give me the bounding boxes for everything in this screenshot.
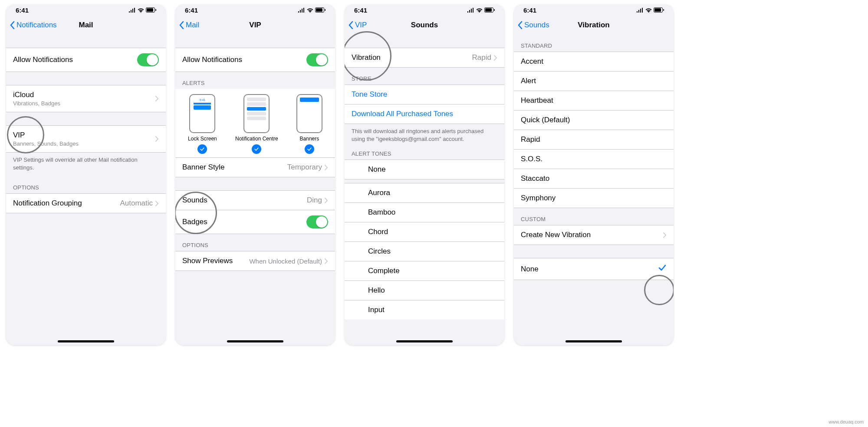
alert-label: Banners [300, 136, 319, 142]
status-time: 6:41 [523, 7, 536, 14]
check-icon [197, 144, 207, 154]
chevron-icon [325, 198, 328, 203]
vip-row[interactable]: VIP Banners, Sounds, Badges [6, 125, 166, 153]
chevron-icon [494, 55, 497, 61]
allow-notifications-row[interactable]: Allow Notifications [175, 48, 335, 72]
option-label: Quick (Default) [521, 116, 570, 124]
previews-label: Show Previews [182, 257, 233, 265]
notification-centre-icon [243, 94, 270, 133]
tone-row[interactable]: Bamboo [345, 203, 504, 222]
svg-rect-1 [147, 8, 153, 12]
alert-label: Notification Centre [235, 136, 278, 142]
alert-notification-centre[interactable]: Notification Centre [235, 94, 278, 154]
icloud-row[interactable]: iCloud Vibrations, Badges [6, 85, 166, 112]
back-label: Sounds [524, 21, 549, 29]
option-label: Staccato [521, 174, 549, 183]
badges-row[interactable]: Badges [175, 210, 335, 234]
alert-label: Lock Screen [188, 136, 217, 142]
nav-title: VIP [249, 21, 261, 29]
svg-rect-10 [654, 8, 661, 12]
vibration-label: Vibration [352, 53, 381, 62]
download-all-row[interactable]: Download All Purchased Tones [345, 104, 504, 124]
back-button[interactable]: Notifications [10, 21, 57, 29]
check-icon [305, 144, 314, 154]
home-indicator[interactable] [58, 340, 114, 342]
sounds-row[interactable]: Sounds Ding [175, 190, 335, 210]
vibration-option[interactable]: Staccato [514, 169, 674, 189]
back-button[interactable]: VIP [348, 21, 367, 29]
icloud-label: iCloud [13, 91, 34, 99]
back-button[interactable]: Mail [179, 21, 199, 29]
alert-banners[interactable]: Banners [296, 94, 322, 154]
back-label: Mail [186, 21, 199, 29]
banner-style-row[interactable]: Banner Style Temporary [175, 158, 335, 177]
vibration-option[interactable]: Alert [514, 72, 674, 91]
tone-label: Chord [368, 228, 388, 236]
notification-grouping-row[interactable]: Notification Grouping Automatic [6, 193, 166, 213]
chevron-icon [663, 232, 667, 238]
content-area: Vibration Rapid STORE Tone Store Downloa… [345, 35, 504, 345]
nav-bar: Mail VIP [175, 16, 335, 35]
alerts-header: ALERTS [175, 72, 335, 89]
download-footer: This will download all ringtones and ale… [345, 124, 504, 148]
show-previews-row[interactable]: Show Previews When Unlocked (Default) [175, 251, 335, 271]
option-label: Alert [521, 77, 536, 85]
sounds-label: Sounds [182, 196, 207, 205]
home-indicator[interactable] [227, 340, 283, 342]
tone-row[interactable]: Input [345, 300, 504, 319]
chevron-icon [325, 165, 328, 170]
tone-label: Circles [368, 247, 391, 256]
option-label: Symphony [521, 194, 556, 202]
screen-vibration: 6:41 Sounds Vibration STANDARD Accent Al… [514, 4, 674, 345]
svg-rect-4 [316, 8, 322, 12]
create-new-vibration-row[interactable]: Create New Vibration [514, 225, 674, 245]
status-icons [298, 7, 326, 13]
home-indicator[interactable] [396, 340, 453, 342]
tone-store-row[interactable]: Tone Store [345, 85, 504, 104]
vibration-option[interactable]: S.O.S. [514, 150, 674, 169]
svg-rect-2 [155, 9, 156, 11]
tone-row[interactable]: Aurora [345, 183, 504, 203]
previews-value: When Unlocked (Default) [249, 258, 322, 265]
badges-toggle[interactable] [306, 215, 328, 228]
vibration-option[interactable]: Heartbeat [514, 91, 674, 111]
tone-row[interactable]: Circles [345, 242, 504, 261]
vibration-option[interactable]: Symphony [514, 189, 674, 208]
grouping-label: Notification Grouping [13, 199, 82, 208]
back-button[interactable]: Sounds [517, 21, 549, 29]
option-label: S.O.S. [521, 155, 542, 163]
tone-row[interactable]: Chord [345, 222, 504, 242]
back-label: VIP [355, 21, 367, 29]
screen-vip: 6:41 Mail VIP Allow Notifications ALERTS… [175, 4, 335, 345]
svg-rect-11 [663, 9, 664, 11]
svg-rect-8 [494, 9, 495, 11]
tone-row[interactable]: None [345, 160, 504, 179]
chevron-icon [155, 201, 159, 206]
custom-header: CUSTOM [514, 208, 674, 225]
options-header: OPTIONS [6, 176, 166, 193]
tone-row[interactable]: Complete [345, 261, 504, 281]
status-bar: 6:41 [175, 4, 335, 16]
status-bar: 6:41 [6, 4, 166, 16]
vibration-option[interactable]: Accent [514, 52, 674, 72]
back-label: Notifications [16, 21, 57, 29]
vibration-option[interactable]: Quick (Default) [514, 111, 674, 130]
tone-row[interactable]: Hello [345, 281, 504, 300]
content-area: STANDARD Accent Alert Heartbeat Quick (D… [514, 35, 674, 345]
nav-bar: Sounds Vibration [514, 16, 674, 35]
vibration-row[interactable]: Vibration Rapid [345, 48, 504, 68]
alert-lock-screen[interactable]: 9:41 Lock Screen [188, 94, 217, 154]
status-time: 6:41 [185, 7, 198, 14]
allow-toggle[interactable] [306, 53, 328, 66]
allow-notifications-row[interactable]: Allow Notifications [6, 48, 166, 72]
nav-bar: VIP Sounds [345, 16, 504, 35]
svg-rect-7 [485, 8, 492, 12]
home-indicator[interactable] [566, 340, 622, 342]
allow-toggle[interactable] [137, 53, 159, 66]
checkmark-icon [658, 264, 667, 274]
alert-tones-header: ALERT TONES [345, 148, 504, 160]
none-row[interactable]: None [514, 258, 674, 280]
vibration-option[interactable]: Rapid [514, 130, 674, 150]
nav-title: Sounds [411, 21, 438, 29]
tone-label: None [368, 165, 386, 174]
